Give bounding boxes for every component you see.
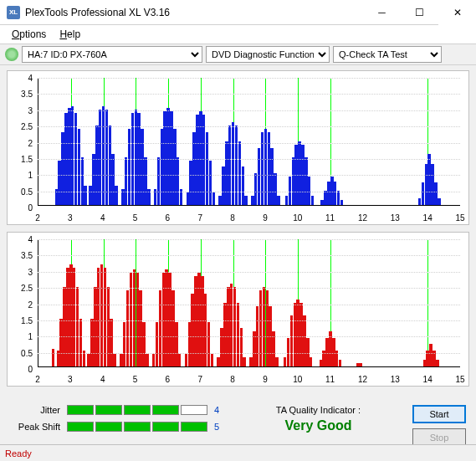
ta-quality-label: TA Quality Indicator : <box>241 405 396 415</box>
window-title: PlexTools Professional XL V3.16 <box>25 7 363 18</box>
action-buttons: Start Stop <box>412 405 466 447</box>
app-icon: XL <box>7 6 20 19</box>
meter-segment <box>95 422 122 432</box>
meter-segment <box>124 422 151 432</box>
minimize-button[interactable]: ─ <box>363 0 401 25</box>
jitter-label: Jitter <box>10 405 60 415</box>
meter-segment <box>67 405 94 415</box>
meters: Jitter 4 Peak Shift 5 <box>10 405 224 432</box>
status-text: Ready <box>5 448 32 458</box>
meter-segment <box>152 405 179 415</box>
disc-icon <box>5 48 18 61</box>
toolbar: HA:7 ID:0 PX-760A DVD Diagnostic Functio… <box>0 44 476 65</box>
jitter-bars <box>67 405 207 415</box>
meter-segment <box>152 422 179 432</box>
meter-segment <box>67 422 94 432</box>
statusbar: Ready <box>0 444 476 461</box>
chart-top: 00.511.522.533.5423456789101112131415 <box>7 70 469 225</box>
menu-options[interactable]: Options <box>7 27 51 42</box>
ta-quality-value: Very Good <box>241 418 396 433</box>
peakshift-bars <box>67 422 207 432</box>
peakshift-value: 5 <box>214 422 224 432</box>
drive-select[interactable]: HA:7 ID:0 PX-760A <box>22 46 202 63</box>
meter-segment <box>124 405 151 415</box>
function-select[interactable]: DVD Diagnostic Functions <box>206 46 330 63</box>
meter-segment <box>181 422 207 432</box>
maximize-button[interactable]: ☐ <box>401 0 438 25</box>
menu-help[interactable]: Help <box>54 27 85 42</box>
jitter-value: 4 <box>214 405 224 415</box>
test-select[interactable]: Q-Check TA Test <box>333 46 442 63</box>
titlebar: XL PlexTools Professional XL V3.16 ─ ☐ ✕ <box>0 0 476 25</box>
meter-segment <box>181 405 207 415</box>
ta-quality: TA Quality Indicator : Very Good <box>241 405 396 433</box>
peakshift-label: Peak Shift <box>10 422 60 432</box>
peakshift-row: Peak Shift 5 <box>10 422 224 432</box>
meter-segment <box>95 405 122 415</box>
jitter-row: Jitter 4 <box>10 405 224 415</box>
close-button[interactable]: ✕ <box>438 0 476 25</box>
chart-bottom: 00.511.522.533.5423456789101112131415 <box>7 232 469 387</box>
start-button[interactable]: Start <box>412 405 466 423</box>
charts-container: 00.511.522.533.5423456789101112131415 00… <box>0 65 476 398</box>
menubar: Options Help <box>0 25 476 44</box>
